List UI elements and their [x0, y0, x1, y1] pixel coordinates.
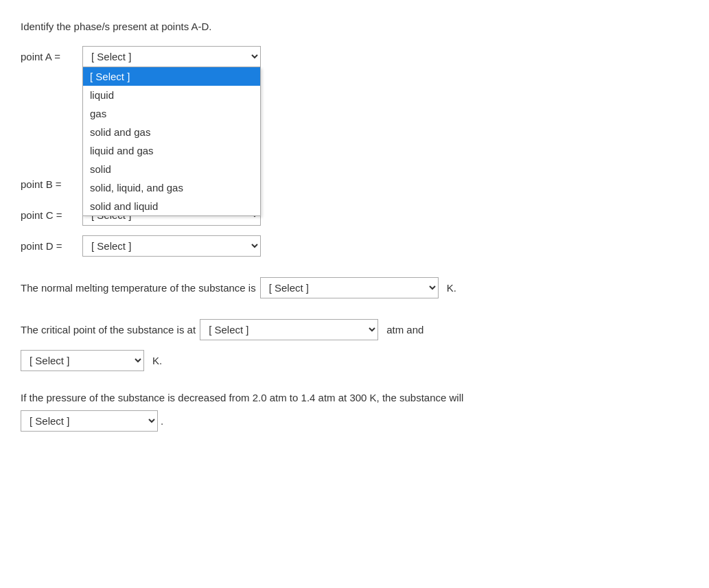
pressure-row: [ Select ] remain liquid solidify vapori… [21, 410, 688, 432]
melting-section: The normal melting temperature of the su… [21, 277, 688, 298]
dropdown-item-solid-and-gas[interactable]: solid and gas [83, 123, 260, 141]
pressure-section: If the pressure of the substance is decr… [21, 392, 688, 432]
points-section: point A = [ Select ] liquid gas solid an… [21, 46, 688, 257]
point-a-select[interactable]: [ Select ] liquid gas solid and gas liqu… [82, 46, 261, 67]
critical-k-unit: K. [152, 355, 162, 366]
melting-select[interactable]: [ Select ] 100 200 300 400 [260, 277, 439, 298]
question-title: Identify the phase/s present at points A… [21, 21, 688, 32]
point-a-label: point A = [21, 51, 82, 62]
critical-row: The critical point of the substance is a… [21, 319, 688, 340]
point-d-select[interactable]: [ Select ] liquid gas solid and gas liqu… [82, 235, 261, 257]
dropdown-item-solid[interactable]: solid [83, 160, 260, 178]
critical-atm-select[interactable]: [ Select ] 1.0 2.0 3.0 [200, 319, 378, 340]
point-a-row: point A = [ Select ] liquid gas solid an… [21, 46, 688, 67]
critical-text: The critical point of the substance is a… [21, 324, 196, 336]
critical-k-row: [ Select ] 100 200 300 400 K. [21, 350, 688, 371]
dropdown-item-select[interactable]: [ Select ] [83, 67, 260, 86]
point-d-row: point D = [ Select ] liquid gas solid an… [21, 235, 688, 257]
melting-unit: K. [447, 282, 456, 294]
pressure-text: If the pressure of the substance is decr… [21, 392, 688, 403]
point-a-dropdown-container: [ Select ] liquid gas solid and gas liqu… [82, 46, 261, 67]
dropdown-item-solid-and-liquid[interactable]: solid and liquid [83, 197, 260, 215]
point-d-label: point D = [21, 240, 82, 252]
critical-section: The critical point of the substance is a… [21, 319, 688, 371]
dropdown-item-liquid[interactable]: liquid [83, 86, 260, 104]
dropdown-item-liquid-and-gas[interactable]: liquid and gas [83, 141, 260, 160]
melting-row: The normal melting temperature of the su… [21, 277, 688, 298]
point-b-label: point B = [21, 178, 82, 190]
dropdown-item-gas[interactable]: gas [83, 104, 260, 123]
dropdown-item-solid-liquid-gas[interactable]: solid, liquid, and gas [83, 178, 260, 197]
point-a-dropdown-overlay: [ Select ] liquid gas solid and gas liqu… [82, 67, 261, 216]
point-c-label: point C = [21, 209, 82, 221]
critical-k-select[interactable]: [ Select ] 100 200 300 400 [21, 350, 144, 371]
period-dot: . [161, 415, 163, 427]
melting-text: The normal melting temperature of the su… [21, 282, 256, 294]
critical-atm-unit: atm and [386, 324, 423, 336]
pressure-select[interactable]: [ Select ] remain liquid solidify vapori… [21, 410, 158, 432]
